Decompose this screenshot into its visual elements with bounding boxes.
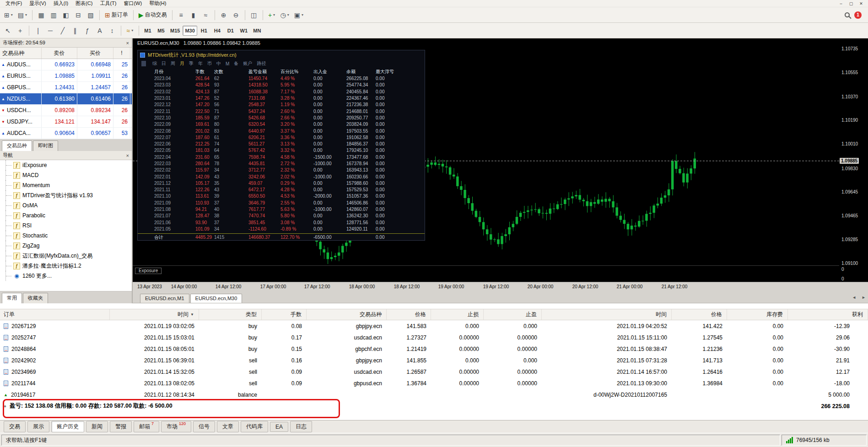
text-label-button[interactable]: A — [94, 25, 106, 37]
history-summary-row[interactable]: ●盈亏: 152 138.08 信用额: 0.00 存款: 120 587.00… — [0, 400, 868, 412]
terminal-tab-articles[interactable]: 文章 — [217, 421, 239, 432]
search-icon[interactable] — [845, 12, 850, 17]
stats-tab-9[interactable]: 备 — [234, 60, 238, 67]
vertical-line-button[interactable]: | — [32, 25, 44, 37]
zoom-out-button[interactable]: ⊖ — [230, 9, 242, 21]
terminal-button[interactable]: ⊟ — [72, 9, 84, 21]
history-column-4[interactable]: 交易品种 — [307, 309, 387, 320]
history-row[interactable]: 202671292021.01.19 03:02:05buy0.08gbpjpy… — [0, 320, 868, 332]
history-column-9[interactable]: 价格 — [672, 309, 727, 320]
close-icon[interactable]: × — [126, 153, 129, 158]
stats-tab-4[interactable]: 季 — [189, 60, 194, 67]
cursor-button[interactable]: ↖ — [2, 25, 14, 37]
market-watch-tab-1[interactable]: 即时图 — [33, 140, 58, 151]
terminal-tab-mailbox[interactable]: 邮箱7 — [134, 421, 159, 432]
navigator-item-7[interactable]: ƒStochastic — [0, 231, 132, 241]
history-row[interactable]: 202349692021.01.14 15:32:05sell0.09usdca… — [0, 366, 868, 377]
timeframe-w1[interactable]: W1 — [237, 26, 250, 36]
terminal-tab-journal[interactable]: 日志 — [290, 421, 312, 432]
equidistant-channel-button[interactable]: ∥ — [69, 25, 81, 37]
history-balance-row[interactable]: ▲201946172021.01.12 08:14:34balanced-00W… — [0, 389, 868, 400]
fibonacci-button[interactable]: ƒ — [81, 25, 93, 37]
navigator-tab-1[interactable]: 收藏夹 — [23, 293, 48, 303]
scroll-right-icon[interactable]: ► — [859, 294, 868, 301]
market-watch-row[interactable]: ▲EURUS...1.098851.0991126 — [0, 70, 132, 82]
history-row[interactable]: 202117442021.01.13 08:02:05sell0.09gbpus… — [0, 377, 868, 389]
close-icon[interactable]: × — [126, 40, 129, 46]
panel-splitter[interactable] — [132, 38, 133, 303]
stats-tab-6[interactable]: 币 — [207, 60, 212, 67]
chart-line-button[interactable]: ≈ — [200, 9, 212, 21]
terminal-tab-market[interactable]: 市场120 — [161, 421, 191, 432]
menu-item-1[interactable]: 显示(V) — [26, 0, 50, 7]
notification-badge[interactable]: 1 — [854, 11, 862, 19]
profiles-button[interactable]: ▤▾ — [16, 9, 29, 21]
stats-tab-5[interactable]: 年 — [198, 60, 203, 67]
market-watch-column-3[interactable]: ! — [113, 48, 130, 59]
stats-tab-7[interactable]: 中 — [216, 60, 221, 67]
chart-tab-1[interactable]: EURUSD.ecn,M30 — [190, 294, 243, 303]
minimize-button[interactable]: – — [838, 1, 844, 6]
close-button[interactable]: ✕ — [858, 1, 864, 6]
menu-item-2[interactable]: 插入(I) — [50, 0, 72, 7]
strategy-tester-button[interactable]: ▧ — [85, 9, 97, 21]
stats-tab-2[interactable]: 周 — [171, 60, 175, 67]
terminal-tab-code-base[interactable]: 代码库 — [241, 421, 268, 432]
time-axis[interactable]: 13 Apr 202314 Apr 00:0014 Apr 12:0017 Ap… — [133, 282, 868, 292]
periods-button[interactable]: ◷▾ — [278, 9, 291, 21]
stats-tab-10[interactable]: 账户 — [243, 60, 252, 67]
history-row[interactable]: 202429022021.01.15 06:39:01sell0.16gbpjp… — [0, 355, 868, 366]
history-row[interactable]: 202527472021.01.15 15:03:01buy0.17usdcad… — [0, 332, 868, 343]
terminal-tab-experts[interactable]: EA — [270, 422, 288, 432]
stats-tab-11[interactable]: 路径 — [257, 60, 266, 67]
terminal-tab-account-history[interactable]: 账户历史 — [51, 421, 84, 432]
timeframe-m15[interactable]: M15 — [168, 26, 182, 36]
navigator-item-2[interactable]: ƒMomentum — [0, 180, 132, 190]
terminal-tab-signals[interactable]: 信号 — [193, 421, 215, 432]
new-order-button[interactable]: ⊞新订单 — [102, 9, 130, 21]
navigator-tab-0[interactable]: 常用 — [2, 293, 22, 303]
history-column-11[interactable]: 获利 — [788, 309, 868, 320]
horizontal-line-button[interactable]: ─ — [44, 25, 56, 37]
scroll-left-icon[interactable]: ◄ — [850, 294, 858, 301]
data-window-button[interactable]: ▥ — [48, 9, 59, 21]
chart-tab-0[interactable]: EURUSD.ecn,M1 — [140, 294, 189, 303]
navigator-item-11[interactable]: ◉1260 更多... — [0, 271, 132, 281]
navigator-item-4[interactable]: ƒOsMA — [0, 200, 132, 210]
history-column-5[interactable]: 价格 — [387, 309, 431, 320]
menu-item-6[interactable]: 帮助(H) — [146, 0, 170, 7]
stats-tab-3[interactable]: 月 — [180, 60, 184, 67]
history-column-6[interactable]: 止损 — [431, 309, 484, 320]
crosshair-button[interactable]: + — [14, 25, 26, 37]
market-watch-column-2[interactable]: 买价 — [77, 48, 113, 59]
trendline-button[interactable]: ╱ — [57, 25, 69, 37]
market-watch-tab-0[interactable]: 交易品种 — [2, 140, 32, 151]
indicators-button[interactable]: +▾ — [266, 9, 278, 21]
timeframe-h4[interactable]: H4 — [211, 26, 224, 36]
chart-candles-button[interactable]: ▮ — [188, 9, 199, 21]
stats-doc-icon[interactable] — [141, 61, 146, 66]
chart-bars-button[interactable]: ≡ — [175, 9, 187, 21]
indicator-list-button[interactable]: ≈▾ — [124, 25, 136, 37]
timeframe-d1[interactable]: D1 — [224, 26, 237, 36]
templates-button[interactable]: ▣▾ — [292, 9, 306, 21]
menu-item-4[interactable]: 工具(T) — [96, 0, 120, 7]
price-axis[interactable]: 1.107351.105551.103701.101901.100101.098… — [839, 38, 868, 282]
navigator-item-3[interactable]: ƒMTDriver盈亏统计指标 v1.93 — [0, 190, 132, 200]
navigator-item-0[interactable]: ƒiExposure — [0, 160, 132, 170]
market-watch-column-0[interactable]: 交易品种 — [0, 48, 42, 59]
history-column-1[interactable]: 时间▼ — [110, 309, 199, 320]
history-column-3[interactable]: 手数 — [262, 309, 307, 320]
restore-button[interactable]: ▢ — [848, 1, 854, 6]
stats-tab-0[interactable]: 综 — [152, 60, 157, 67]
zoom-in-button[interactable]: ⊕ — [218, 9, 230, 21]
market-watch-row[interactable]: ▲AUDCA...0.906040.9065753 — [0, 128, 132, 139]
history-column-10[interactable]: 库存费 — [727, 309, 788, 320]
timeframe-h1[interactable]: H1 — [198, 26, 210, 36]
history-column-8[interactable]: 时间 — [542, 309, 672, 320]
tile-windows-button[interactable]: ◫ — [248, 9, 260, 21]
arrows-tool-button[interactable]: ↕ — [106, 25, 118, 37]
terminal-tab-exposure[interactable]: 展示 — [27, 421, 49, 432]
terminal-tab-trade[interactable]: 交易 — [4, 421, 26, 432]
market-watch-row[interactable]: ▲NZDUS...0.613800.6140626 — [0, 93, 132, 105]
